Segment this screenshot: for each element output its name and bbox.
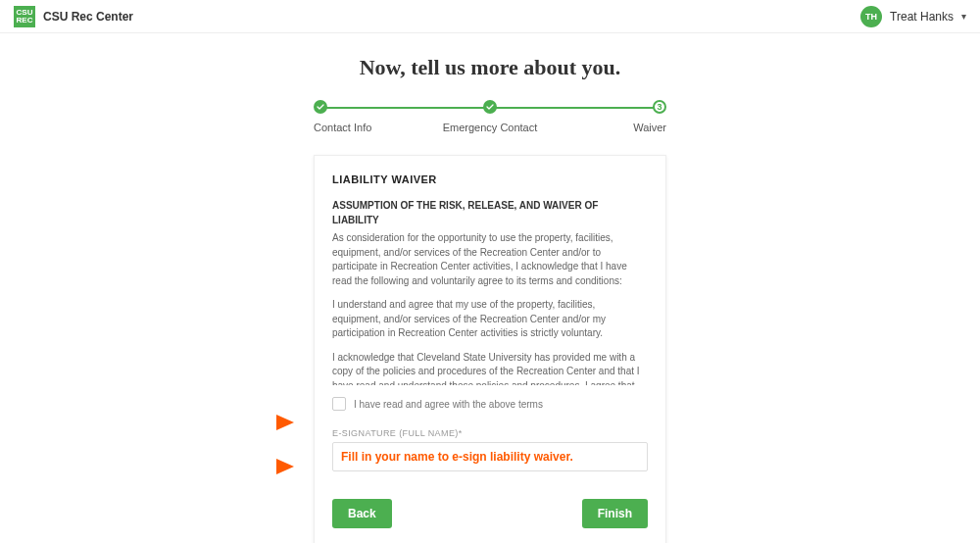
annotation-arrow-1 (235, 412, 294, 433)
brand-logo: CSU REC (14, 6, 35, 27)
avatar: TH (860, 6, 882, 27)
waiver-card: LIABILITY WAIVER ASSUMPTION OF THE RISK,… (314, 155, 666, 543)
back-button[interactable]: Back (332, 499, 392, 528)
waiver-p3: I acknowledge that Cleveland State Unive… (332, 351, 640, 386)
waiver-p1: As consideration for the opportunity to … (332, 231, 640, 288)
agree-row: I have read and agree with the above ter… (332, 397, 648, 411)
step-3-current-icon: 3 (653, 100, 666, 114)
button-row: Back Finish (332, 499, 648, 528)
agree-checkbox[interactable] (332, 397, 346, 411)
step-1-done-icon (314, 100, 327, 114)
waiver-p2: I understand and agree that my use of th… (332, 298, 640, 341)
step-2-done-icon (483, 100, 497, 114)
chevron-down-icon: ▾ (961, 11, 966, 22)
finish-button[interactable]: Finish (582, 499, 648, 528)
user-menu[interactable]: TH Treat Hanks ▾ (860, 6, 966, 27)
logo-text-2: REC (17, 17, 33, 25)
step-2-label: Emergency Contact (392, 122, 588, 133)
signature-input[interactable] (332, 442, 648, 471)
signature-label: E-SIGNATURE (FULL NAME)* (332, 428, 648, 438)
step-1-label: Contact Info (314, 122, 392, 133)
card-title: LIABILITY WAIVER (332, 173, 648, 185)
app-header: CSU REC CSU Rec Center TH Treat Hanks ▾ (0, 0, 980, 33)
step-3-label: Waiver (588, 122, 666, 133)
page-title: Now, tell us more about you. (0, 55, 980, 80)
brand: CSU REC CSU Rec Center (14, 6, 133, 27)
waiver-scroll[interactable]: ASSUMPTION OF THE RISK, RELEASE, AND WAI… (332, 199, 648, 385)
stepper: 3 Contact Info Emergency Contact Waiver (314, 100, 666, 133)
waiver-heading: ASSUMPTION OF THE RISK, RELEASE, AND WAI… (332, 199, 640, 227)
user-name: Treat Hanks (890, 10, 954, 24)
annotation-arrow-2 (235, 456, 294, 477)
brand-name: CSU Rec Center (43, 10, 133, 24)
agree-label: I have read and agree with the above ter… (354, 399, 543, 410)
